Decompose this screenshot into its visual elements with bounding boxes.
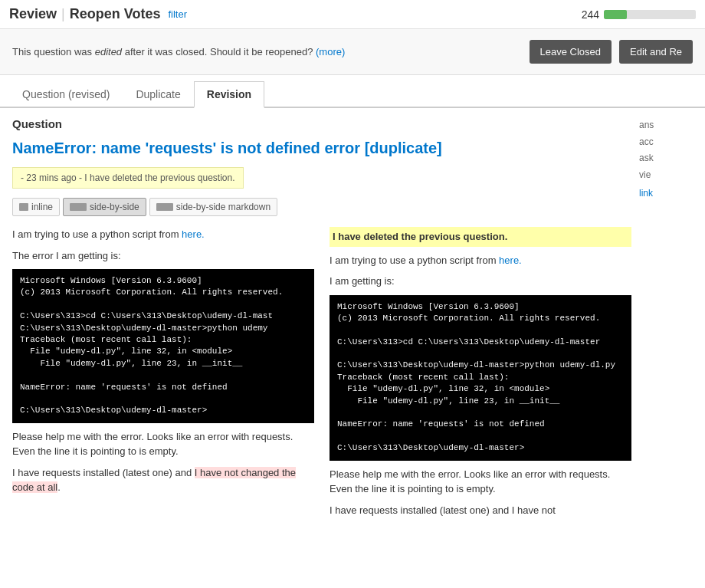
diff-right-para2: I am getting is:: [330, 274, 631, 289]
sidebar-ans: ans: [639, 120, 654, 130]
sidebar-stats: ans acc ask vie: [639, 117, 693, 183]
diff-left-para1: I am trying to use a python script from …: [12, 227, 314, 242]
question-label: Question: [12, 117, 631, 130]
diff-left-para2: The error I am getting is:: [12, 248, 314, 264]
inline-icon: [19, 203, 28, 211]
view-modes: inline side-by-side side-by-side markdow…: [12, 198, 631, 216]
diff-right: I have deleted the previous question. I …: [330, 227, 631, 524]
sidebar-vie: vie: [639, 169, 651, 180]
tab-question-revised[interactable]: Question (revised): [9, 81, 123, 108]
progress-bar: [604, 10, 696, 19]
diff-right-added: I have deleted the previous question.: [330, 227, 631, 247]
side-by-side-icon: [70, 203, 87, 211]
header-separator: |: [61, 6, 65, 22]
filter-link[interactable]: filter: [168, 8, 187, 20]
diff-right-link1[interactable]: here.: [499, 255, 522, 266]
view-side-by-side-markdown-button[interactable]: side-by-side markdown: [149, 198, 277, 216]
notice-em: edited: [95, 46, 122, 57]
diff-left-code1: Microsoft Windows [Version 6.3.9600] (c)…: [12, 269, 314, 423]
diff-right-para1: I am trying to use a python script from …: [330, 253, 631, 268]
diff-container: I am trying to use a python script from …: [12, 227, 631, 524]
header-title: Review: [9, 6, 57, 22]
tabs-container: Question (revised) Duplicate Revision: [0, 81, 705, 108]
left-content: Question NameError: name 'requests' is n…: [12, 117, 631, 524]
notice-text: This question was edited after it was cl…: [12, 46, 522, 57]
diff-left-para3: Please help me with the error. Looks lik…: [12, 429, 314, 459]
right-sidebar: ans acc ask vie link: [631, 117, 693, 524]
leave-closed-button[interactable]: Leave Closed: [530, 40, 612, 64]
view-inline-button[interactable]: inline: [12, 198, 60, 216]
edit-reopen-button[interactable]: Edit and Re: [619, 40, 693, 64]
edit-notice: - 23 mins ago - I have deleted the previ…: [12, 167, 244, 189]
diff-left-link1[interactable]: here.: [182, 228, 205, 240]
question-title[interactable]: NameError: name 'requests' is not define…: [12, 138, 631, 158]
progress-bar-fill: [604, 10, 627, 19]
diff-right-highlight-block: I have deleted the previous question.: [330, 227, 631, 247]
diff-right-para3: Please help me with the error. Looks lik…: [330, 467, 631, 497]
header-subtitle: Reopen Votes: [70, 6, 161, 22]
diff-left-para4: I have requests installed (latest one) a…: [12, 465, 314, 495]
diff-right-para4: I have requests installed (latest one) a…: [330, 503, 631, 518]
main-content: Question NameError: name 'requests' is n…: [0, 108, 705, 533]
review-count: 244: [582, 8, 599, 21]
tab-revision[interactable]: Revision: [194, 81, 264, 108]
sidebar-link[interactable]: link: [639, 188, 693, 199]
header-right: 244: [582, 8, 696, 21]
more-link[interactable]: (more): [316, 46, 345, 57]
sidebar-acc: acc: [639, 136, 654, 147]
tab-duplicate[interactable]: Duplicate: [123, 81, 193, 108]
diff-left: I am trying to use a python script from …: [12, 227, 330, 524]
side-by-side-markdown-icon: [156, 203, 173, 211]
diff-right-code1: Microsoft Windows [Version 6.3.9600] (c)…: [330, 295, 631, 461]
view-side-by-side-button[interactable]: side-by-side: [63, 198, 146, 216]
page-header: Review | Reopen Votes filter 244: [0, 0, 705, 29]
notice-bar: This question was edited after it was cl…: [0, 29, 705, 75]
sidebar-ask: ask: [639, 153, 654, 163]
